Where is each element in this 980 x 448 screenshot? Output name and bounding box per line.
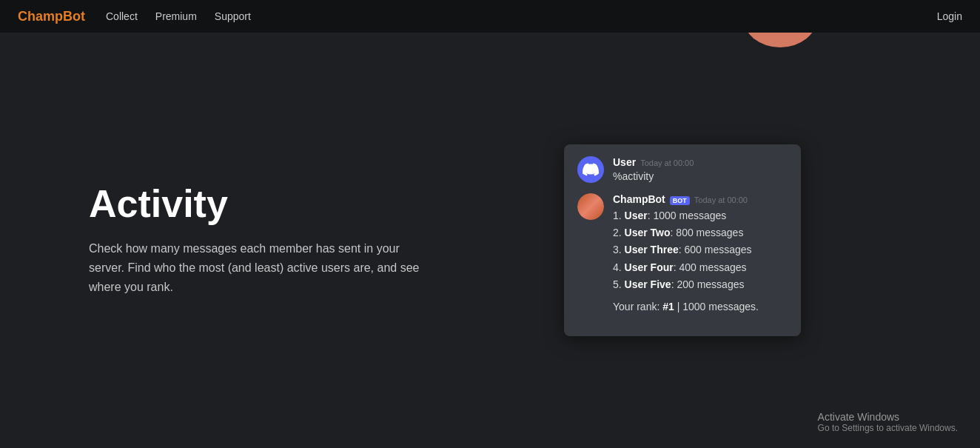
user-message-username: User: [613, 156, 636, 168]
bot-avatar-image: [577, 193, 604, 220]
user-message-command: %activity: [613, 170, 788, 182]
nav-link-premium[interactable]: Premium: [155, 10, 197, 22]
bot-message-content: ChampBot BOT Today at 00:00 1. User: 100…: [613, 193, 788, 312]
leaderboard-item: 4. User Four: 400 messages: [613, 259, 788, 276]
bot-badge: BOT: [670, 196, 690, 205]
bot-leaderboard: 1. User: 1000 messages2. User Two: 800 m…: [613, 207, 788, 292]
leaderboard-item: 5. User Five: 200 messages: [613, 276, 788, 293]
user-message-timestamp: Today at 00:00: [640, 158, 694, 167]
navbar: ChampBot Collect Premium Support Login: [0, 0, 980, 33]
user-message-row: User Today at 00:00 %activity: [577, 156, 788, 183]
nav-logo[interactable]: ChampBot: [18, 9, 85, 24]
nav-link-collect[interactable]: Collect: [106, 10, 138, 22]
nav-link-support[interactable]: Support: [215, 10, 251, 22]
discord-preview-card: User Today at 00:00 %activity ChampBot B…: [564, 144, 801, 335]
hero-title: Activity: [89, 183, 474, 225]
hero-section: Activity Check how many messages each me…: [0, 33, 980, 448]
user-message-content: User Today at 00:00 %activity: [613, 156, 788, 182]
bot-message-timestamp: Today at 00:00: [694, 195, 748, 204]
user-message-header: User Today at 00:00: [613, 156, 788, 168]
leaderboard-item: 3. User Three: 600 messages: [613, 241, 788, 258]
leaderboard-item: 1. User: 1000 messages: [613, 207, 788, 224]
nav-links: Collect Premium Support: [106, 10, 937, 22]
bot-rank-line: Your rank: #1 | 1000 messages.: [613, 301, 788, 312]
hero-description: Check how many messages each member has …: [89, 239, 429, 298]
nav-login-button[interactable]: Login: [937, 10, 962, 22]
leaderboard-item: 2. User Two: 800 messages: [613, 224, 788, 241]
activate-windows-watermark: Activate Windows Go to Settings to activ…: [818, 411, 958, 433]
discord-card-wrapper: User Today at 00:00 %activity ChampBot B…: [474, 144, 891, 335]
bot-message-row: ChampBot BOT Today at 00:00 1. User: 100…: [577, 193, 788, 312]
activate-windows-subtitle: Go to Settings to activate Windows.: [818, 423, 958, 433]
bot-message-header: ChampBot BOT Today at 00:00: [613, 193, 788, 205]
activate-windows-title: Activate Windows: [818, 411, 958, 423]
hero-text-block: Activity Check how many messages each me…: [89, 183, 474, 297]
bot-avatar: [577, 193, 604, 220]
bot-message-username: ChampBot: [613, 193, 665, 205]
user-avatar: [577, 156, 604, 183]
